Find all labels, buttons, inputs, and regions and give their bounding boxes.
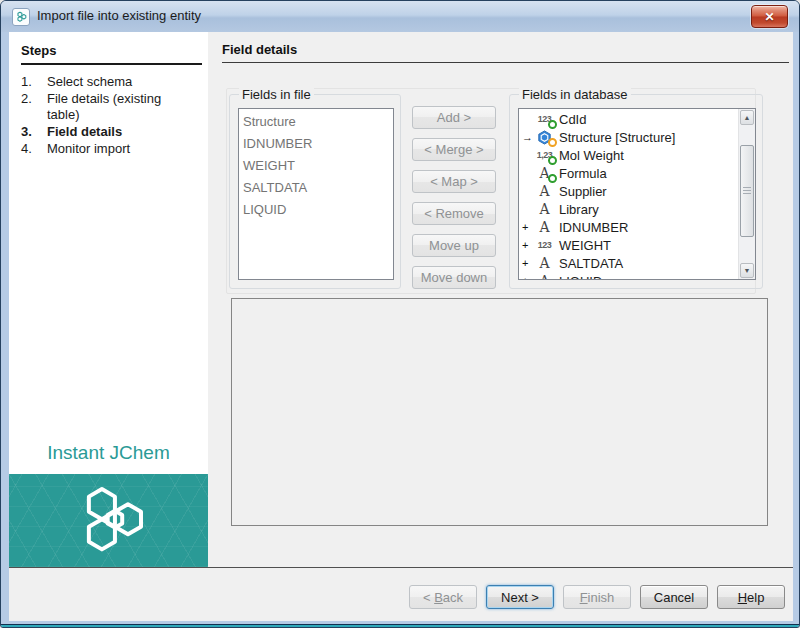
step-label: File details (existing table) bbox=[47, 91, 193, 123]
step-label: Select schema bbox=[47, 74, 193, 90]
step-number: 2. bbox=[21, 91, 47, 123]
help-button[interactable]: Help bbox=[717, 585, 785, 609]
db-field-row[interactable]: → Structure [Structure] bbox=[521, 128, 737, 146]
next-button[interactable]: Next > bbox=[486, 585, 554, 609]
app-logo-icon bbox=[12, 8, 30, 26]
list-item[interactable]: SALTDATA bbox=[239, 177, 393, 199]
steps-list: 1. Select schema 2. File details (existi… bbox=[21, 74, 201, 158]
wizard-window: Import file into existing entity ✕ Steps… bbox=[0, 0, 800, 628]
decimal-field-icon: 1,23 bbox=[533, 147, 556, 163]
db-field-row[interactable]: + A LIQUID bbox=[521, 272, 737, 279]
scroll-down-icon[interactable]: ▼ bbox=[740, 263, 754, 278]
vertical-scrollbar[interactable]: ▲ ▼ bbox=[738, 109, 755, 279]
text-field-icon: A bbox=[533, 165, 556, 181]
step-label: Field details bbox=[47, 124, 193, 140]
footer-separator bbox=[9, 567, 793, 568]
integer-field-icon: 123 bbox=[533, 111, 556, 127]
move-down-button[interactable]: Move down bbox=[412, 266, 496, 289]
scrollbar-grip bbox=[743, 187, 751, 195]
header-rule bbox=[222, 62, 789, 63]
db-field-row[interactable]: + 123 WEIGHT bbox=[521, 236, 737, 254]
dialog-content: Steps 1. Select schema 2. File details (… bbox=[9, 32, 793, 621]
structure-field-icon bbox=[533, 129, 556, 145]
main-panel: Field details Fields in file Structure I… bbox=[208, 32, 793, 567]
step-item-select-schema: 1. Select schema bbox=[21, 74, 201, 90]
text-field-icon: A bbox=[533, 273, 556, 279]
step-item-monitor-import: 4. Monitor import bbox=[21, 141, 201, 157]
db-field-row[interactable]: A Supplier bbox=[521, 182, 737, 200]
fields-in-file-label: Fields in file bbox=[239, 87, 314, 102]
scroll-up-icon[interactable]: ▲ bbox=[740, 110, 754, 125]
step-label: Monitor import bbox=[47, 141, 193, 157]
steps-sidebar: Steps 1. Select schema 2. File details (… bbox=[9, 32, 208, 567]
mapped-arrow-icon: → bbox=[521, 131, 533, 143]
db-field-rows: 123 CdId → bbox=[521, 110, 737, 279]
remove-button[interactable]: < Remove bbox=[412, 202, 496, 225]
new-field-plus-icon: + bbox=[521, 257, 533, 269]
db-field-row[interactable]: A Library bbox=[521, 200, 737, 218]
step-number: 4. bbox=[21, 141, 47, 157]
step-number: 3. bbox=[21, 124, 47, 140]
list-item[interactable]: Structure bbox=[239, 111, 393, 133]
hexagon-logo-icon bbox=[67, 482, 151, 560]
cancel-button[interactable]: Cancel bbox=[640, 585, 708, 609]
new-field-plus-icon: + bbox=[521, 239, 533, 251]
close-icon: ✕ bbox=[764, 11, 774, 23]
db-field-row[interactable]: + A IDNUMBER bbox=[521, 218, 737, 236]
text-field-icon: A bbox=[533, 255, 556, 271]
close-button[interactable]: ✕ bbox=[751, 5, 788, 28]
fields-in-database-groupbox: Fields in database 123 CdId → bbox=[509, 94, 763, 289]
fields-in-database-list[interactable]: 123 CdId → bbox=[518, 108, 756, 280]
list-item[interactable]: LIQUID bbox=[239, 199, 393, 221]
titlebar[interactable]: Import file into existing entity ✕ bbox=[1, 1, 799, 32]
db-field-row[interactable]: 1,23 Mol Weight bbox=[521, 146, 737, 164]
integer-field-icon: 123 bbox=[533, 237, 556, 253]
back-button[interactable]: < Back bbox=[409, 585, 477, 609]
db-field-row[interactable]: A Formula bbox=[521, 164, 737, 182]
move-up-button[interactable]: Move up bbox=[412, 234, 496, 257]
text-field-icon: A bbox=[533, 219, 556, 235]
field-detail-panel bbox=[231, 298, 768, 526]
merge-button[interactable]: < Merge > bbox=[412, 138, 496, 161]
step-item-field-details-current: 3. Field details bbox=[21, 124, 201, 140]
indexed-badge-icon bbox=[548, 156, 557, 165]
db-field-row[interactable]: 123 CdId bbox=[521, 110, 737, 128]
step-item-file-details: 2. File details (existing table) bbox=[21, 91, 201, 123]
steps-heading: Steps bbox=[21, 43, 202, 65]
text-field-icon: A bbox=[533, 183, 556, 199]
warning-badge-icon bbox=[548, 138, 557, 147]
db-field-row[interactable]: + A SALTDATA bbox=[521, 254, 737, 272]
list-item[interactable]: WEIGHT bbox=[239, 155, 393, 177]
add-button[interactable]: Add > bbox=[412, 106, 496, 129]
new-field-plus-icon: + bbox=[521, 221, 533, 233]
brand-banner bbox=[9, 474, 208, 567]
indexed-badge-icon bbox=[548, 120, 557, 129]
page-title: Field details bbox=[222, 42, 297, 57]
map-button[interactable]: < Map > bbox=[412, 170, 496, 193]
fields-in-file-list[interactable]: Structure IDNUMBER WEIGHT SALTDATA LIQUI… bbox=[238, 108, 394, 280]
window-title: Import file into existing entity bbox=[37, 8, 201, 23]
step-number: 1. bbox=[21, 74, 47, 90]
scrollbar-thumb[interactable] bbox=[740, 145, 754, 237]
text-field-icon: A bbox=[533, 201, 556, 217]
brand-text: Instant JChem bbox=[9, 442, 208, 464]
new-field-plus-icon: + bbox=[521, 275, 533, 279]
finish-button[interactable]: Finish bbox=[563, 585, 631, 609]
fields-in-database-label: Fields in database bbox=[519, 87, 631, 102]
fields-in-file-groupbox: Fields in file Structure IDNUMBER WEIGHT… bbox=[229, 94, 401, 289]
indexed-badge-icon bbox=[548, 174, 557, 183]
list-item[interactable]: IDNUMBER bbox=[239, 133, 393, 155]
